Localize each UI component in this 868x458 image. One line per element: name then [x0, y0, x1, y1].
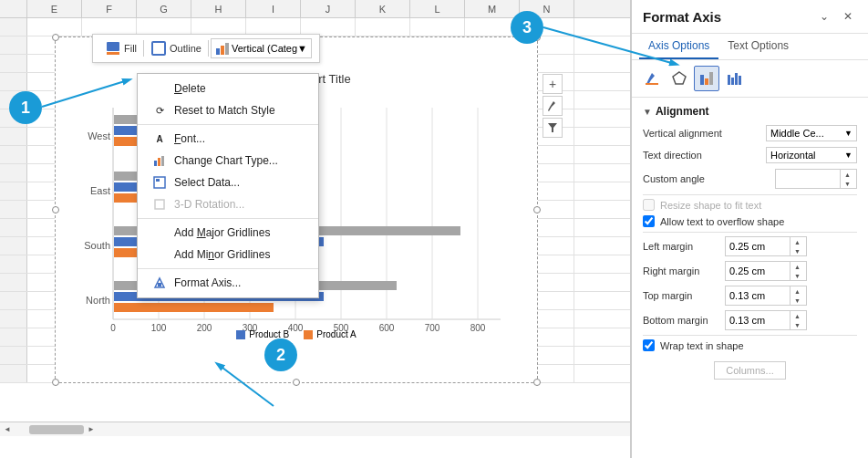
svg-rect-54 [646, 83, 658, 85]
collapse-panel-button[interactable]: ⌄ [815, 7, 833, 26]
left-margin-row: Left margin ▲ ▼ [643, 236, 857, 256]
right-margin-spinners[interactable]: ▲ ▼ [790, 262, 804, 280]
text-direction-dropdown-icon: ▼ [844, 151, 852, 160]
vertical-alignment-value: Middle Ce... [770, 128, 824, 139]
menu-item-3d-rotation: 3-D Rotation... [138, 193, 318, 215]
menu-item-add-minor[interactable]: Add Minor Gridlines [138, 244, 318, 265]
vertical-alignment-dropdown-icon: ▼ [844, 129, 852, 138]
menu-item-font[interactable]: A Font... [138, 128, 318, 150]
annotation-1: 1 [9, 91, 42, 124]
left-margin-down[interactable]: ▼ [790, 246, 804, 255]
tab-text-options-label: Text Options [728, 39, 789, 52]
text-direction-value: Horizontal [770, 150, 816, 161]
wrap-text-label: Wrap text in shape [660, 340, 744, 351]
top-margin-input[interactable]: ▲ ▼ [725, 286, 807, 306]
wrap-text-checkbox[interactable] [643, 339, 655, 351]
alignment-section-label: Alignment [656, 105, 709, 118]
vertical-alignment-select[interactable]: Middle Ce... ▼ [766, 125, 857, 141]
legend-label-a: Product A [316, 329, 356, 339]
resize-shape-row: Resize shape to fit text [643, 199, 857, 211]
fill-line-icon-btn[interactable] [639, 66, 665, 91]
right-margin-label: Right margin [643, 265, 725, 276]
col-G: G [137, 0, 191, 17]
resize-shape-checkbox[interactable] [643, 199, 655, 211]
bottom-margin-down[interactable]: ▼ [790, 320, 804, 329]
panel-header-buttons[interactable]: ⌄ ✕ [815, 7, 857, 26]
bar-chart-icon-btn[interactable] [694, 66, 719, 91]
panel-content: ▼ Alignment Vertical alignment Middle Ce… [632, 98, 868, 458]
add-element-button[interactable]: + [542, 74, 563, 94]
tab-text-options[interactable]: Text Options [718, 34, 798, 59]
bottom-margin-up[interactable]: ▲ [790, 311, 804, 320]
custom-angle-spinners[interactable]: ▲ ▼ [840, 170, 854, 188]
horizontal-scroll-thumb[interactable] [29, 425, 84, 434]
columns-button[interactable]: Columns... [714, 361, 786, 380]
menu-divider-2 [138, 218, 318, 219]
menu-item-format-axis[interactable]: Format Axis... [138, 272, 318, 294]
top-margin-down[interactable]: ▼ [790, 296, 804, 305]
svg-rect-45 [161, 156, 164, 166]
panel-title: Format Axis [643, 9, 721, 25]
svg-rect-61 [735, 73, 738, 85]
col-M: M [465, 0, 520, 17]
menu-item-3d-label: 3-D Rotation... [174, 198, 244, 211]
bottom-margin-input[interactable]: ▲ ▼ [725, 310, 807, 330]
tab-axis-options[interactable]: Axis Options [639, 34, 718, 59]
custom-angle-input[interactable]: ▲ ▼ [775, 169, 857, 189]
chart-styles-button[interactable] [542, 96, 563, 116]
left-margin-spinners[interactable]: ▲ ▼ [790, 237, 804, 255]
svg-rect-59 [728, 75, 730, 85]
custom-angle-down[interactable]: ▼ [840, 179, 854, 188]
menu-item-select-data[interactable]: Select Data... [138, 172, 318, 193]
text-direction-select[interactable]: Horizontal ▼ [766, 147, 857, 163]
col-E: E [27, 0, 82, 17]
svg-text:800: 800 [470, 323, 486, 333]
custom-angle-field[interactable] [776, 172, 840, 186]
top-margin-field[interactable] [726, 288, 790, 303]
panel-icon-row[interactable] [632, 60, 868, 98]
svg-rect-43 [154, 161, 157, 166]
alignment-section-header[interactable]: ▼ Alignment [643, 105, 857, 118]
col-L: L [410, 0, 465, 17]
menu-item-change-chart[interactable]: Change Chart Type... [138, 150, 318, 172]
menu-item-delete[interactable]: Delete [138, 78, 318, 99]
svg-text:0: 0 [110, 323, 116, 333]
col-K: K [356, 0, 410, 17]
bottom-margin-spinners[interactable]: ▲ ▼ [790, 311, 804, 329]
left-margin-up[interactable]: ▲ [790, 237, 804, 246]
svg-text:South: South [84, 240, 110, 251]
allow-overflow-checkbox[interactable] [643, 215, 655, 227]
panel-tabs[interactable]: Axis Options Text Options [632, 34, 868, 60]
sparkline-icon [726, 70, 742, 87]
vertical-alignment-label: Vertical alignment [643, 128, 762, 139]
pentagon-icon-btn[interactable] [666, 66, 692, 91]
menu-item-add-minor-label: Add Minor Gridlines [174, 248, 270, 261]
right-margin-down[interactable]: ▼ [790, 271, 804, 280]
menu-item-delete-label: Delete [174, 82, 206, 95]
custom-angle-up[interactable]: ▲ [840, 170, 854, 179]
left-margin-field[interactable] [726, 239, 790, 254]
bottom-margin-field[interactable] [726, 313, 790, 328]
svg-rect-58 [709, 72, 713, 85]
alignment-chevron-icon: ▼ [643, 107, 652, 117]
scroll-left-arrow[interactable]: ◄ [4, 425, 11, 433]
menu-item-add-major[interactable]: Add Major Gridlines [138, 222, 318, 244]
right-margin-field[interactable] [726, 264, 790, 278]
close-panel-button[interactable]: ✕ [839, 7, 857, 26]
top-margin-up[interactable]: ▲ [790, 286, 804, 296]
sparkline-icon-btn[interactable] [721, 66, 747, 91]
row-num-header [0, 0, 27, 17]
top-margin-spinners[interactable]: ▲ ▼ [790, 286, 804, 305]
right-margin-input[interactable]: ▲ ▼ [725, 261, 807, 281]
scroll-right-arrow[interactable]: ► [88, 425, 95, 433]
add-minor-gridlines-icon [152, 247, 167, 262]
bottom-margin-label: Bottom margin [643, 315, 725, 326]
left-margin-input[interactable]: ▲ ▼ [725, 236, 807, 256]
chart-filters-button[interactable] [542, 118, 563, 138]
bottom-margin-row: Bottom margin ▲ ▼ [643, 310, 857, 330]
context-menu[interactable]: Delete ⟳ Reset to Match Style A Font... [137, 73, 319, 298]
horizontal-scrollbar[interactable]: ◄ ► [0, 422, 630, 436]
right-margin-up[interactable]: ▲ [790, 262, 804, 271]
menu-item-reset[interactable]: ⟳ Reset to Match Style [138, 99, 318, 121]
chart-side-buttons[interactable]: + [542, 74, 563, 138]
